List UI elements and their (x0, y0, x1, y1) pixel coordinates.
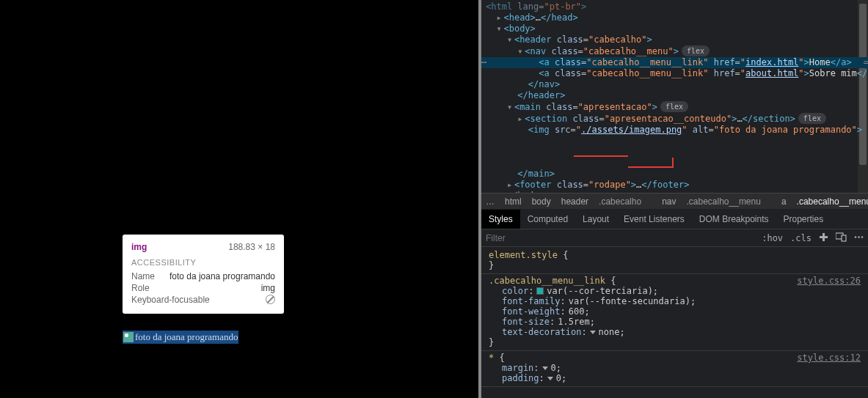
broken-image-alt: foto da joana programando (135, 331, 238, 343)
elements-dom-tree[interactable]: <html lang="pt-br"> ▸<head>…</head> ▾<bo… (481, 0, 868, 193)
rule-cabecalho-menu-link: style.css:26 .cabecalho__menu__link { co… (481, 274, 868, 351)
tab-event-listeners[interactable]: Event Listeners (616, 210, 692, 229)
svg-rect-3 (842, 235, 846, 241)
tooltip-name-label: Name (131, 271, 155, 281)
selected-dom-node[interactable]: ⋯ <a class="cabecalho__menu__link" href=… (481, 57, 868, 68)
devtools-panel: <html lang="pt-br"> ▸<head>…</head> ▾<bo… (481, 0, 868, 398)
more-icon[interactable] (854, 232, 864, 244)
svg-point-4 (855, 236, 857, 238)
broken-image-placeholder[interactable]: foto da joana programando (123, 331, 238, 344)
tooltip-tag: img (131, 242, 147, 252)
tooltip-name-value: foto da joana programando (169, 271, 275, 281)
tab-styles[interactable]: Styles (481, 210, 520, 229)
device-icon[interactable] (836, 232, 847, 244)
source-link[interactable]: style.css:12 (797, 353, 861, 363)
tooltip-role-label: Role (131, 283, 150, 293)
rule-universal: style.css:12 * { margin:0; padding:0; (481, 351, 868, 387)
styles-tabs: Styles Computed Layout Event Listeners D… (481, 209, 868, 229)
broken-image-icon (123, 332, 134, 342)
page-preview: img 188.83 × 18 ACCESSIBILITY Name foto … (0, 0, 478, 398)
tab-computed[interactable]: Computed (520, 210, 575, 229)
styles-body[interactable]: element.style { } style.css:26 .cabecalh… (481, 247, 868, 398)
tooltip-section-header: ACCESSIBILITY (131, 258, 275, 267)
svg-rect-1 (820, 236, 828, 238)
tab-dom-breakpoints[interactable]: DOM Breakpoints (692, 210, 776, 229)
source-link[interactable]: style.css:26 (797, 276, 861, 286)
breadcrumb[interactable]: … html body header.cabecalho nav.cabecal… (481, 193, 868, 209)
svg-point-6 (861, 236, 864, 238)
cls-toggle[interactable]: .cls (790, 233, 812, 243)
expand-icon[interactable] (590, 331, 596, 334)
tab-properties[interactable]: Properties (776, 210, 831, 229)
not-allowed-icon (266, 295, 275, 304)
tooltip-keyboard-label: Keyboard-focusable (131, 295, 210, 305)
svg-point-5 (858, 236, 860, 238)
styles-filter-row: :hov .cls (481, 229, 868, 247)
new-style-rule-button[interactable] (819, 232, 828, 244)
styles-filter-input[interactable] (486, 233, 754, 243)
rule-element-style: element.style { } (481, 248, 868, 274)
color-swatch[interactable] (536, 287, 544, 295)
hov-toggle[interactable]: :hov (762, 233, 783, 243)
tooltip-dimensions: 188.83 × 18 (228, 242, 275, 252)
tab-layout[interactable]: Layout (575, 210, 616, 229)
element-tooltip: img 188.83 × 18 ACCESSIBILITY Name foto … (123, 235, 284, 314)
flex-badge[interactable]: flex (682, 45, 710, 56)
tooltip-role-value: img (261, 283, 275, 293)
